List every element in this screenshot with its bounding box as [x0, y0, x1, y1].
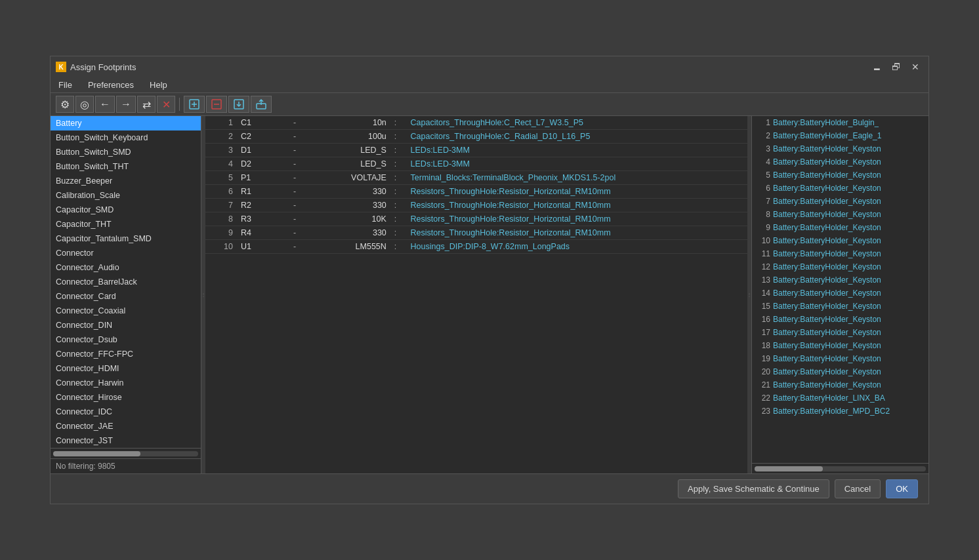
row-val: 330: [306, 185, 390, 199]
footprint-item[interactable]: 15 Battery:BatteryHolder_Keyston: [752, 300, 928, 313]
library-item[interactable]: Connector_BarrelJack: [51, 275, 201, 289]
footprints-scroll-track[interactable]: [755, 466, 926, 471]
footprint-item[interactable]: 17 Battery:BatteryHolder_Keyston: [752, 326, 928, 339]
footprint-item[interactable]: 16 Battery:BatteryHolder_Keyston: [752, 313, 928, 326]
library-item[interactable]: Calibration_Scale: [51, 188, 201, 203]
footprint-item[interactable]: 22 Battery:BatteryHolder_LINX_BA: [752, 391, 928, 405]
table-row[interactable]: 1 C1 - 10n : Capacitors_ThroughHole:C_Re…: [205, 116, 747, 130]
table-row[interactable]: 6 R1 - 330 : Resistors_ThroughHole:Resis…: [205, 185, 747, 199]
footprint-item[interactable]: 9 Battery:BatteryHolder_Keyston: [752, 221, 928, 234]
footprint-item[interactable]: 20 Battery:BatteryHolder_Keyston: [752, 365, 928, 378]
forward-button[interactable]: →: [116, 96, 136, 113]
footprints-scroll-thumb[interactable]: [755, 466, 823, 471]
footprint-item[interactable]: 6 Battery:BatteryHolder_Keyston: [752, 182, 928, 195]
table-row[interactable]: 4 D2 - LED_S : LEDs:LED-3MM: [205, 157, 747, 171]
table-row[interactable]: 9 R4 - 330 : Resistors_ThroughHole:Resis…: [205, 226, 747, 240]
row-val: 10K: [306, 212, 390, 226]
row-footprint: Terminal_Blocks:TerminalBlock_Pheonix_MK…: [407, 171, 747, 185]
fp-name: Battery:BatteryHolder_Keyston: [773, 210, 881, 219]
components-scroll[interactable]: 1 C1 - 10n : Capacitors_ThroughHole:C_Re…: [205, 116, 747, 473]
library-item[interactable]: Connector_Harwin: [51, 376, 201, 390]
minimize-button[interactable]: 🗕: [868, 60, 885, 73]
library-scroll-track[interactable]: [53, 451, 198, 456]
library-item[interactable]: Capacitor_THT: [51, 217, 201, 231]
row-val: 10n: [306, 116, 390, 130]
footprint-item[interactable]: 2 Battery:BatteryHolder_Eagle_1: [752, 129, 928, 142]
settings-button[interactable]: ⚙: [56, 96, 74, 113]
row-ref: P1: [237, 171, 289, 185]
library-scrollbar[interactable]: [51, 448, 201, 458]
close-button[interactable]: ✕: [907, 60, 923, 73]
export-button[interactable]: [251, 96, 272, 113]
fp-num: 7: [756, 197, 770, 206]
fp-name: Battery:BatteryHolder_Keyston: [773, 341, 881, 350]
table-row[interactable]: 2 C2 - 100u : Capacitors_ThroughHole:C_R…: [205, 130, 747, 144]
library-item[interactable]: Connector_JST: [51, 433, 201, 448]
menu-help[interactable]: Help: [147, 79, 170, 91]
table-row[interactable]: 5 P1 - VOLTAJE : Terminal_Blocks:Termina…: [205, 171, 747, 185]
library-item[interactable]: Button_Switch_Keyboard: [51, 130, 201, 145]
library-item[interactable]: Connector_DIN: [51, 318, 201, 332]
row-colon: :: [390, 212, 407, 226]
apply-save-button[interactable]: Apply, Save Schematic & Continue: [678, 479, 829, 498]
row-dash: -: [289, 116, 306, 130]
footprint-item[interactable]: 12 Battery:BatteryHolder_Keyston: [752, 260, 928, 273]
footprint-item[interactable]: 1 Battery:BatteryHolder_Bulgin_: [752, 116, 928, 129]
table-row[interactable]: 8 R3 - 10K : Resistors_ThroughHole:Resis…: [205, 212, 747, 226]
import2-button[interactable]: [206, 96, 227, 113]
row-colon: :: [390, 130, 407, 144]
table-row[interactable]: 7 R2 - 330 : Resistors_ThroughHole:Resis…: [205, 199, 747, 212]
row-dash: -: [289, 144, 306, 157]
footprint-item[interactable]: 19 Battery:BatteryHolder_Keyston: [752, 352, 928, 365]
footprints-scrollbar[interactable]: [752, 463, 928, 473]
library-item[interactable]: Capacitor_SMD: [51, 203, 201, 217]
row-ref: D2: [237, 157, 289, 171]
table-row[interactable]: 3 D1 - LED_S : LEDs:LED-3MM: [205, 144, 747, 157]
row-ref: C1: [237, 116, 289, 130]
footprint-item[interactable]: 11 Battery:BatteryHolder_Keyston: [752, 247, 928, 260]
ok-button[interactable]: OK: [886, 479, 918, 498]
library-item[interactable]: Connector_Dsub: [51, 332, 201, 347]
delete-button[interactable]: ✕: [157, 96, 175, 113]
back-button[interactable]: ←: [95, 96, 115, 113]
footprint-item[interactable]: 4 Battery:BatteryHolder_Keyston: [752, 155, 928, 169]
import3-button[interactable]: [228, 96, 249, 113]
maximize-button[interactable]: 🗗: [888, 60, 905, 73]
footprint-item[interactable]: 21 Battery:BatteryHolder_Keyston: [752, 378, 928, 391]
library-item[interactable]: Connector_Coaxial: [51, 304, 201, 318]
library-item[interactable]: Button_Switch_THT: [51, 159, 201, 174]
library-item[interactable]: Connector_Audio: [51, 260, 201, 275]
footprint-item[interactable]: 3 Battery:BatteryHolder_Keyston: [752, 142, 928, 155]
footprint-item[interactable]: 5 Battery:BatteryHolder_Keyston: [752, 169, 928, 182]
library-item[interactable]: Connector_JAE: [51, 419, 201, 433]
library-item[interactable]: Connector_Hirose: [51, 390, 201, 405]
footprint-item[interactable]: 23 Battery:BatteryHolder_MPD_BC2: [752, 405, 928, 418]
footprint-item[interactable]: 10 Battery:BatteryHolder_Keyston: [752, 234, 928, 247]
cancel-button[interactable]: Cancel: [835, 479, 881, 498]
import1-button[interactable]: [184, 96, 205, 113]
library-item[interactable]: Connector_IDC: [51, 405, 201, 419]
library-item[interactable]: Connector: [51, 246, 201, 260]
view-button[interactable]: ⇄: [137, 96, 156, 113]
table-row[interactable]: 10 U1 - LM555N : Housings_DIP:DIP-8_W7.6…: [205, 240, 747, 254]
library-item[interactable]: Capacitor_Tantalum_SMD: [51, 231, 201, 246]
menu-file[interactable]: File: [56, 79, 75, 91]
window-title: Assign Footprints: [70, 62, 136, 72]
fp-name: Battery:BatteryHolder_Keyston: [773, 262, 881, 271]
footprint-item[interactable]: 7 Battery:BatteryHolder_Keyston: [752, 195, 928, 208]
filter-button[interactable]: ◎: [75, 96, 94, 113]
row-dash: -: [289, 130, 306, 144]
menu-preferences[interactable]: Preferences: [85, 79, 136, 91]
footprint-item[interactable]: 18 Battery:BatteryHolder_Keyston: [752, 339, 928, 352]
library-item[interactable]: Button_Switch_SMD: [51, 145, 201, 159]
library-item[interactable]: Connector_Card: [51, 289, 201, 304]
library-item[interactable]: Connector_HDMI: [51, 361, 201, 376]
library-item[interactable]: Connector_FFC-FPC: [51, 347, 201, 361]
footprint-item[interactable]: 8 Battery:BatteryHolder_Keyston: [752, 208, 928, 221]
library-scroll-thumb[interactable]: [53, 451, 140, 456]
footprint-item[interactable]: 14 Battery:BatteryHolder_Keyston: [752, 287, 928, 300]
footprint-item[interactable]: 13 Battery:BatteryHolder_Keyston: [752, 273, 928, 287]
row-dash: -: [289, 199, 306, 212]
library-item[interactable]: Buzzer_Beeper: [51, 174, 201, 188]
library-item[interactable]: Battery: [51, 116, 201, 130]
